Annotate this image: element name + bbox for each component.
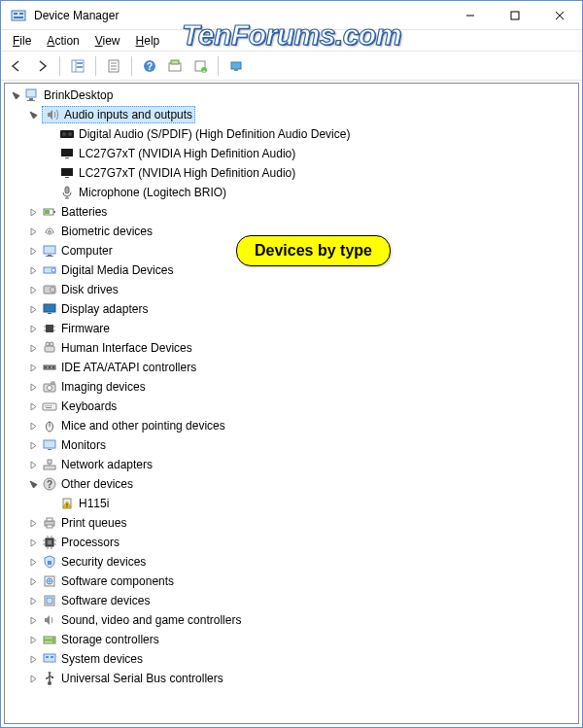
expand-icon[interactable] <box>26 672 40 685</box>
svg-rect-65 <box>45 405 46 406</box>
svg-rect-26 <box>29 98 33 100</box>
tree-category[interactable]: Universal Serial Bus controllers <box>5 669 578 688</box>
tree-category[interactable]: Imaging devices <box>5 377 578 397</box>
collapse-icon[interactable] <box>9 88 22 102</box>
svg-rect-54 <box>45 346 54 352</box>
tree-node-label: LC27G7xT (NVIDIA High Definition Audio) <box>79 144 295 163</box>
maximize-button[interactable] <box>493 1 537 30</box>
expand-icon[interactable] <box>26 380 40 394</box>
collapse-icon[interactable] <box>26 477 40 491</box>
tree-category[interactable]: Software components <box>5 572 578 591</box>
app-icon <box>11 8 26 23</box>
expand-icon[interactable] <box>26 225 40 238</box>
toolbar-separator <box>95 56 96 76</box>
tree-node-label: Processors <box>61 533 120 552</box>
expand-icon[interactable] <box>26 516 40 530</box>
tree-device[interactable]: Microphone (Logitech BRIO) <box>5 183 578 202</box>
tree-category[interactable]: Processors <box>5 533 578 552</box>
tree-node-label: IDE ATA/ATAPI controllers <box>61 358 196 377</box>
expand-icon[interactable] <box>26 536 40 549</box>
tree-device[interactable]: Digital Audio (S/PDIF) (High Definition … <box>5 124 578 144</box>
display-icon <box>42 301 57 317</box>
menu-view[interactable]: View <box>87 32 128 50</box>
expand-icon[interactable] <box>26 574 40 588</box>
mic-icon <box>59 185 75 200</box>
svg-rect-75 <box>48 460 51 464</box>
tree-category[interactable]: Sound, video and game controllers <box>5 610 578 630</box>
tree-category[interactable]: Monitors <box>5 435 578 455</box>
tree-node-label: Universal Serial Bus controllers <box>61 669 223 688</box>
back-button[interactable] <box>5 54 28 78</box>
svg-text:!: ! <box>66 503 68 508</box>
expand-icon[interactable] <box>26 613 40 627</box>
expand-icon[interactable] <box>26 458 40 471</box>
tree-category[interactable]: ?Other devices <box>5 474 578 494</box>
svg-rect-68 <box>51 405 51 406</box>
properties-button[interactable] <box>102 54 125 78</box>
menu-action[interactable]: Action <box>39 32 86 50</box>
expand-icon[interactable] <box>26 322 40 335</box>
tree-category[interactable]: System devices <box>5 649 578 669</box>
tree-root[interactable]: BrinkDesktop <box>5 86 578 105</box>
audio-out-icon <box>59 126 75 142</box>
tree-category[interactable]: Security devices <box>5 552 578 572</box>
menu-help[interactable]: Help <box>128 32 168 50</box>
tree-device[interactable]: LC27G7xT (NVIDIA High Definition Audio) <box>5 144 578 163</box>
tree-node-label: Print queues <box>61 513 126 533</box>
expand-icon[interactable] <box>26 283 40 296</box>
tree-category[interactable]: Human Interface Devices <box>5 338 578 358</box>
svg-point-30 <box>68 132 72 136</box>
cpu-icon <box>42 535 57 550</box>
svg-rect-105 <box>51 656 53 658</box>
show-hide-tree-button[interactable] <box>66 54 89 78</box>
close-button[interactable] <box>537 1 582 30</box>
network-icon <box>42 457 57 472</box>
tree-category[interactable]: Display adapters <box>5 299 578 319</box>
tree-category[interactable]: Disk drives <box>5 280 578 299</box>
hid-icon <box>42 340 57 356</box>
forward-button[interactable] <box>30 54 53 78</box>
tree-category[interactable]: Keyboards <box>5 397 578 416</box>
tree-category[interactable]: Storage controllers <box>5 630 578 649</box>
collapse-icon[interactable] <box>26 108 40 121</box>
tree-category[interactable]: IDE ATA/ATAPI controllers <box>5 358 578 377</box>
svg-rect-38 <box>45 210 50 214</box>
ide-icon <box>42 360 57 375</box>
tree-category[interactable]: Mice and other pointing devices <box>5 416 578 435</box>
tree-category[interactable]: Network adapters <box>5 455 578 474</box>
tree-category[interactable]: Software devices <box>5 591 578 610</box>
svg-rect-49 <box>46 325 53 332</box>
svg-rect-59 <box>49 366 51 368</box>
tree-node-label: Other devices <box>61 474 133 494</box>
expand-icon[interactable] <box>26 399 40 413</box>
expand-icon[interactable] <box>26 633 40 646</box>
tree-category[interactable]: Audio inputs and outputs <box>5 105 578 124</box>
svg-rect-11 <box>77 66 83 68</box>
tree-device[interactable]: !H115i <box>5 494 578 513</box>
expand-icon[interactable] <box>26 419 40 433</box>
tree-device[interactable]: LC27G7xT (NVIDIA High Definition Audio) <box>5 163 578 183</box>
svg-point-46 <box>51 289 52 290</box>
device-tree-panel[interactable]: BrinkDesktopAudio inputs and outputsDigi… <box>4 83 579 724</box>
printer-icon <box>42 515 57 531</box>
expand-icon[interactable] <box>26 555 40 569</box>
expand-icon[interactable] <box>26 263 40 277</box>
tree-category[interactable]: Print queues <box>5 513 578 533</box>
minimize-button[interactable] <box>448 1 493 30</box>
menu-file[interactable]: File <box>5 32 39 50</box>
help-button[interactable]: ? <box>138 54 161 78</box>
expand-icon[interactable] <box>26 205 40 219</box>
tree-category[interactable]: Batteries <box>5 202 578 222</box>
expand-icon[interactable] <box>26 341 40 355</box>
expand-icon[interactable] <box>26 594 40 607</box>
add-legacy-button[interactable]: + <box>189 54 212 78</box>
tree-category[interactable]: Firmware <box>5 319 578 338</box>
expand-icon[interactable] <box>26 652 40 666</box>
expand-icon[interactable] <box>26 302 40 316</box>
expand-icon[interactable] <box>26 438 40 452</box>
expand-icon[interactable] <box>26 361 40 374</box>
svg-point-43 <box>51 268 55 272</box>
update-driver-button[interactable] <box>163 54 187 78</box>
scan-hardware-button[interactable] <box>224 54 248 78</box>
expand-icon[interactable] <box>26 244 40 258</box>
